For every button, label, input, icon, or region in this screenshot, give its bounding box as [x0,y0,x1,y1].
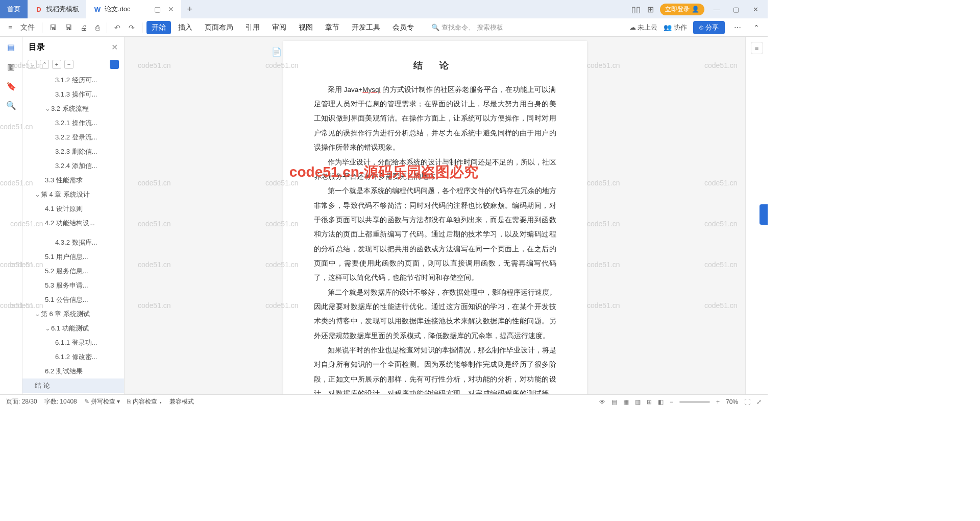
outline-item[interactable]: 结 论 [22,378,124,393]
menu-member[interactable]: 会员专 [387,21,419,34]
menu-dev[interactable]: 开发工具 [347,21,385,34]
spell-check[interactable]: ✎ 拼写检查 ▾ [84,397,120,406]
outline-item[interactable]: 5.1 用户信息... [22,250,124,264]
menu-start[interactable]: 开始 [146,21,171,34]
search-icon[interactable]: 🔍 [6,100,16,110]
outline-tree: 3.1.2 经历可...3.1.3 操作可...⌄3.2 系统流程3.2.1 操… [22,71,124,394]
thumbnail-icon[interactable]: ▥ [6,61,16,72]
outline-item[interactable]: 3.2.4 添加信... [22,159,124,173]
outline-item[interactable]: ⌄3.2 系统流程 [22,102,124,116]
outline-item[interactable]: 5.3 服务申请... [22,278,124,293]
minimize-button[interactable]: — [709,6,724,13]
login-button[interactable]: 立即登录👤 [660,4,704,15]
tab-home[interactable]: 首页 [0,0,28,18]
view3-icon[interactable]: ▥ [635,398,641,406]
outline-panel: 目录 ✕ ⌄ ⌃ + − 3.1.2 经历可...3.1.3 操作可...⌄3.… [22,37,125,394]
outline-item[interactable]: 4.1 设计原则 [22,202,124,216]
content-check[interactable]: ⎘ 内容检查 ▾ [127,397,162,406]
page-indicator[interactable]: 页面: 28/30 [6,397,37,406]
word-icon: W [93,5,102,13]
share-button[interactable]: ⎋ 分享 [693,21,725,34]
tab-popout-icon[interactable]: ▢ [154,5,161,13]
zoom-slider[interactable] [679,401,710,403]
eye-icon[interactable]: 👁 [599,398,605,406]
close-button[interactable]: ✕ [748,6,763,13]
close-panel-icon[interactable]: ✕ [111,42,118,52]
add-icon[interactable]: + [52,60,61,69]
outline-item[interactable]: ⌄第 4 章 系统设计 [22,187,124,202]
outline-item[interactable]: 3.2.2 登录流... [22,130,124,145]
outline-item[interactable]: 3.1.3 操作可... [22,87,124,102]
doc-paragraph: 第二个就是对数据库的设计不够好，在数据处理中，影响程序运行速度。因此需要对数据库… [314,286,556,343]
print-icon[interactable]: 🖨 [77,21,90,34]
collab-button[interactable]: 👥 协作 [664,23,687,32]
fullscreen-icon[interactable]: ⤢ [756,398,762,406]
fit-icon[interactable]: ⛶ [744,398,750,406]
zoom-out-icon[interactable]: − [670,398,673,406]
zoom-in-icon[interactable]: + [716,398,720,406]
apps-icon[interactable]: ⊞ [646,5,655,14]
view2-icon[interactable]: ▦ [623,398,629,406]
outline-item[interactable]: 3.3 性能需求 [22,173,124,187]
more-icon[interactable]: ⋯ [731,21,744,34]
collapse-all-icon[interactable]: ⌄ [28,60,37,69]
layout-icon[interactable]: ▯▯ [631,5,641,14]
panel-toggle-icon[interactable]: ≡ [751,42,763,54]
outline-item[interactable]: 6.1.2 修改密... [22,350,124,364]
doc-paragraph: 第一个就是本系统的编程代码问题，各个程序文件的代码存在冗余的地方非常多，导致代码… [314,184,556,285]
outline-item[interactable]: 6.2 测试结果 [22,364,124,378]
outline-icon[interactable]: ▤ [6,42,16,52]
document-area[interactable]: 📄 结 论 采用 Java+Mysql 的方式设计制作的社区养老服务平台，在功能… [125,37,745,394]
preview-icon[interactable]: ⎙ [92,21,103,34]
tab-document[interactable]: W 论文.doc ▢ ✕ [86,0,181,18]
page-action-icon[interactable]: 📄 [272,47,282,57]
bookmark-icon[interactable]: 🔖 [6,81,16,91]
expand-all-icon[interactable]: ⌃ [40,60,49,69]
undo-icon[interactable]: ↶ [111,21,124,34]
outline-item[interactable]: 3.2.3 删除信... [22,145,124,159]
document-page: 结 论 采用 Java+Mysql 的方式设计制作的社区养老服务平台，在功能上可… [283,41,587,394]
menu-view[interactable]: 视图 [293,21,318,34]
ribbon-toolbar: ≡ 文件 🖫 🖫 🖨 ⎙ ↶ ↷ 开始 插入 页面布局 引用 审阅 视图 章节 … [0,18,768,37]
outline-title: 目录 [29,42,45,53]
new-tab-button[interactable]: + [181,4,199,15]
outline-item[interactable]: ⌄6.1 功能测试 [22,321,124,336]
remove-icon[interactable]: − [64,60,74,69]
outline-item[interactable]: 3.2.1 操作流... [22,116,124,130]
menu-review[interactable]: 审阅 [267,21,291,34]
cloud-status[interactable]: ☁ 未上云 [629,23,658,32]
outline-item[interactable]: 3.1.2 经历可... [22,73,124,87]
outline-item[interactable] [22,230,124,235]
view1-icon[interactable]: ▤ [611,398,617,406]
file-menu[interactable]: 文件 [17,21,38,34]
outline-item[interactable]: 4.2 功能结构设... [22,216,124,230]
avatar-icon: 👤 [692,6,699,13]
menu-layout[interactable]: 页面布局 [200,21,238,34]
menu-insert[interactable]: 插入 [173,21,198,34]
menu-chapter[interactable]: 章节 [320,21,345,34]
outline-item[interactable]: ⌄第 6 章 系统测试 [22,307,124,321]
compat-mode[interactable]: 兼容模式 [169,397,194,406]
menu-reference[interactable]: 引用 [240,21,265,34]
word-count[interactable]: 字数: 10408 [44,397,77,406]
right-handle[interactable] [760,204,768,225]
outline-item[interactable]: 4.3.2 数据库... [22,235,124,250]
view4-icon[interactable]: ⊞ [647,398,652,406]
maximize-button[interactable]: ▢ [729,6,743,13]
expand-icon[interactable]: ⌃ [750,21,763,34]
tab-close-icon[interactable]: ✕ [168,5,174,13]
outline-item[interactable]: 6.1.1 登录功... [22,336,124,350]
doc-paragraph: 作为毕业设计，分配给本系统的设计与制作时间还是不足的，所以，社区养老服务平台还有… [314,155,556,184]
save-icon[interactable]: 🖫 [46,21,60,34]
view5-icon[interactable]: ◧ [658,398,664,406]
outline-item[interactable]: 5.1 公告信息... [22,293,124,307]
sync-icon[interactable] [110,60,119,69]
save-as-icon[interactable]: 🖫 [62,21,75,34]
zoom-level[interactable]: 70% [726,398,738,406]
redo-icon[interactable]: ↷ [126,21,138,34]
outline-item[interactable]: 参考文献 [22,393,124,394]
outline-item[interactable]: 5.2 服务信息... [22,264,124,278]
tab-templates[interactable]: D 找稻壳模板 [28,0,86,18]
menu-icon[interactable]: ≡ [5,21,15,34]
command-search[interactable]: 🔍 查找命令、搜索模板 [431,23,503,32]
